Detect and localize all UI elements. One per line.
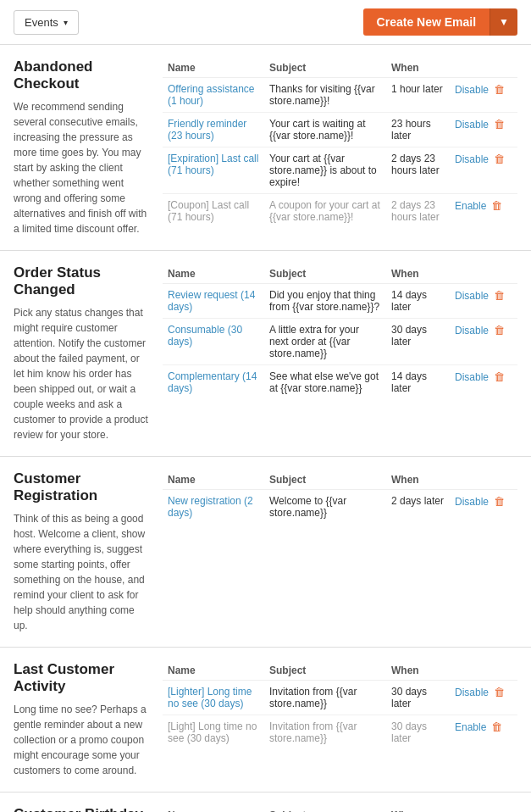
email-action-cell: Disable🗑 <box>450 681 517 715</box>
table-order-status-changed: NameSubjectWhenReview request (14 days)D… <box>163 264 517 399</box>
email-action-cell: Disable🗑 <box>450 113 517 147</box>
email-when: 1 hour later <box>386 78 450 113</box>
section-desc-order-status-changed: Order Status ChangedPick any status chan… <box>14 264 149 442</box>
table-customer-registration: NameSubjectWhenNew registration (2 days)… <box>163 470 517 524</box>
events-dropdown-arrow: ▾ <box>64 18 68 27</box>
section-title-abandoned-checkout: Abandoned Checkout <box>14 58 149 92</box>
email-subject: Your cart is waiting at {{var store.name… <box>264 113 386 147</box>
email-name-link[interactable]: [Lighter] Long time no see (30 days) <box>168 686 252 709</box>
email-subject: See what else we've got at {{var store.n… <box>264 365 386 400</box>
table-row: Review request (14 days)Did you enjoy th… <box>163 284 517 319</box>
toolbar: Events ▾ Create New Email ▼ <box>0 0 531 45</box>
delete-button[interactable]: 🗑 <box>490 289 505 302</box>
section-order-status-changed: Order Status ChangedPick any status chan… <box>0 251 531 457</box>
col-header-action <box>450 470 517 490</box>
disable-button[interactable]: Disable <box>455 496 489 508</box>
email-action-cell: Disable🗑 <box>450 147 517 194</box>
email-name-link[interactable]: Offering assistance (1 hour) <box>168 83 255 107</box>
email-name-link[interactable]: Review request (14 days) <box>168 289 255 313</box>
delete-button[interactable]: 🗑 <box>490 495 505 508</box>
email-subject: A little extra for your next order at {{… <box>264 319 386 365</box>
create-email-button[interactable]: Create New Email <box>363 8 490 36</box>
disable-button[interactable]: Disable <box>455 325 489 336</box>
enable-button[interactable]: Enable <box>455 200 486 212</box>
email-action-cell: Enable🗑 <box>450 715 517 750</box>
create-dropdown-arrow-icon: ▼ <box>499 16 509 28</box>
email-when: 14 days later <box>386 365 450 400</box>
enable-button[interactable]: Enable <box>455 721 486 733</box>
delete-button[interactable]: 🗑 <box>488 720 502 733</box>
section-desc-customer-birthday: Customer BirthdaySchedule the birthday e… <box>14 806 149 812</box>
col-header-when: When <box>386 58 450 78</box>
email-action-cell: Enable🗑 <box>450 194 517 229</box>
section-abandoned-checkout: Abandoned CheckoutWe recommend sending s… <box>0 45 531 251</box>
email-name-link[interactable]: [Expiration] Last call (71 hours) <box>168 153 258 176</box>
table-customer-birthday: NameSubjectWhenHappy Birthday (in 1 day)… <box>163 806 517 812</box>
table-row: [Expiration] Last call (71 hours)Your ca… <box>163 147 517 194</box>
disable-button[interactable]: Disable <box>455 290 489 302</box>
col-header-when: When <box>386 806 450 812</box>
section-table-last-customer-activity: NameSubjectWhen[Lighter] Long time no se… <box>163 661 517 778</box>
col-header-when: When <box>386 470 450 490</box>
col-header-action <box>450 806 517 812</box>
create-email-dropdown-button[interactable]: ▼ <box>490 8 517 36</box>
section-text-abandoned-checkout: We recommend sending several consecutive… <box>14 99 149 236</box>
col-header-name: Name <box>163 58 264 78</box>
email-when: 2 days later <box>386 490 450 525</box>
delete-button[interactable]: 🗑 <box>490 83 505 96</box>
section-desc-customer-registration: Customer RegistrationThink of this as be… <box>14 470 149 633</box>
disable-button[interactable]: Disable <box>455 119 489 131</box>
email-name-link[interactable]: Friendly reminder (23 hours) <box>168 118 246 142</box>
create-email-group: Create New Email ▼ <box>363 8 517 36</box>
email-subject: Invitation from {{var store.name}} <box>264 681 386 715</box>
section-customer-registration: Customer RegistrationThink of this as be… <box>0 457 531 648</box>
section-title-customer-birthday: Customer Birthday <box>14 806 149 812</box>
section-title-order-status-changed: Order Status Changed <box>14 264 149 298</box>
disable-button[interactable]: Disable <box>455 84 489 96</box>
section-table-customer-registration: NameSubjectWhenNew registration (2 days)… <box>163 470 517 633</box>
email-subject-disabled: Invitation from {{var store.name}} <box>264 715 386 750</box>
section-text-customer-registration: Think of this as being a good host. Welc… <box>14 511 149 633</box>
table-row: Complementary (14 days)See what else we'… <box>163 365 517 400</box>
table-row: New registration (2 days)Welcome to {{va… <box>163 490 517 525</box>
delete-button[interactable]: 🗑 <box>490 118 505 131</box>
email-name-link[interactable]: Complementary (14 days) <box>168 370 257 394</box>
col-header-action <box>450 264 517 284</box>
email-when: 23 hours later <box>386 113 450 147</box>
disable-button[interactable]: Disable <box>455 153 489 165</box>
delete-button[interactable]: 🗑 <box>490 686 505 698</box>
table-row: Friendly reminder (23 hours)Your cart is… <box>163 113 517 147</box>
col-header-subject: Subject <box>264 470 386 490</box>
table-row: Consumable (30 days)A little extra for y… <box>163 319 517 365</box>
delete-button[interactable]: 🗑 <box>490 324 505 336</box>
email-action-cell: Disable🗑 <box>450 365 517 400</box>
delete-button[interactable]: 🗑 <box>490 153 505 165</box>
events-button[interactable]: Events ▾ <box>14 10 79 35</box>
disable-button[interactable]: Disable <box>455 687 489 698</box>
delete-button[interactable]: 🗑 <box>490 370 505 383</box>
section-table-abandoned-checkout: NameSubjectWhenOffering assistance (1 ho… <box>163 58 517 236</box>
section-title-last-customer-activity: Last Customer Activity <box>14 661 149 695</box>
col-header-action <box>450 661 517 681</box>
table-row: [Light] Long time no see (30 days)Invita… <box>163 715 517 750</box>
table-row: [Coupon] Last call (71 hours)A coupon fo… <box>163 194 517 229</box>
email-when: 2 days 23 hours later <box>386 147 450 194</box>
disable-button[interactable]: Disable <box>455 371 489 383</box>
email-action-cell: Disable🗑 <box>450 319 517 365</box>
email-name-link[interactable]: Consumable (30 days) <box>168 324 242 348</box>
delete-button[interactable]: 🗑 <box>488 199 502 212</box>
email-subject-disabled: A coupon for your cart at {{var store.na… <box>264 194 386 229</box>
email-subject: Welcome to {{var store.name}} <box>264 490 386 525</box>
section-desc-last-customer-activity: Last Customer ActivityLong time no see? … <box>14 661 149 778</box>
email-action-cell: Disable🗑 <box>450 284 517 319</box>
col-header-name: Name <box>163 264 264 284</box>
col-header-subject: Subject <box>264 661 386 681</box>
table-abandoned-checkout: NameSubjectWhenOffering assistance (1 ho… <box>163 58 517 228</box>
email-name-link[interactable]: New registration (2 days) <box>168 495 253 519</box>
col-header-subject: Subject <box>264 58 386 78</box>
table-last-customer-activity: NameSubjectWhen[Lighter] Long time no se… <box>163 661 517 749</box>
email-name-disabled: [Coupon] Last call (71 hours) <box>163 194 264 229</box>
email-when: 2 days 23 hours later <box>386 194 450 229</box>
email-action-cell: Disable🗑 <box>450 78 517 113</box>
email-when: 30 days later <box>386 681 450 715</box>
